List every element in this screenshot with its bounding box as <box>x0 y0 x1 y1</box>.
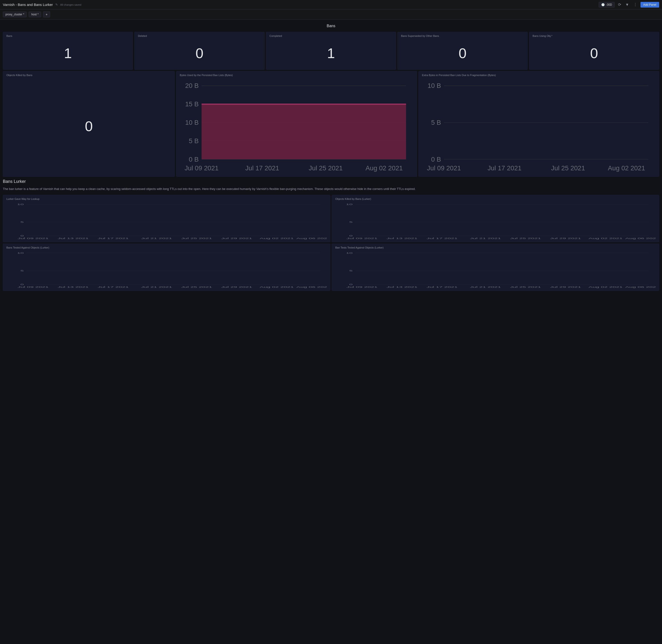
stat-bans-title: Bans <box>6 34 129 37</box>
filter-icon-button[interactable]: ▼ <box>624 2 630 8</box>
svg-text:5 B: 5 B <box>431 119 441 126</box>
stat-superseded-title: Bans Superseded by Other Bans <box>401 34 524 37</box>
svg-text:10: 10 <box>17 252 24 254</box>
svg-text:Aug 02 2021: Aug 02 2021 <box>366 164 403 172</box>
lurker-lookup-chart: 10 5 0 Jul 09 2021 Jul 13 2021 Jul 17 20… <box>6 202 327 239</box>
svg-text:Aug 06 2021: Aug 06 2021 <box>625 237 656 239</box>
svg-text:Jul 25 2021: Jul 25 2021 <box>510 237 541 239</box>
stat-card-using-obj: Bans Using Obj.* 0 <box>529 32 659 70</box>
filter-bar: proxy_cluster * host * + <box>0 9 662 20</box>
ban-tests-chart: 10 5 0 Jul 09 2021 Jul 13 2021 Jul 17 20… <box>335 250 656 288</box>
stat-deleted-title: Deleted <box>138 34 261 37</box>
svg-text:Jul 29 2021: Jul 29 2021 <box>550 237 581 239</box>
add-filter-button[interactable]: + <box>43 12 50 18</box>
svg-text:Aug 02 2021: Aug 02 2021 <box>589 237 622 239</box>
bans-section-heading: Bans <box>3 22 659 29</box>
edit-icon[interactable]: ✎ <box>55 3 58 6</box>
svg-text:Aug 02 2021: Aug 02 2021 <box>260 285 294 288</box>
bytes-used-title: Bytes Used by the Persisted Ban Lists (B… <box>180 74 413 76</box>
svg-text:Jul 17 2021: Jul 17 2021 <box>245 164 280 172</box>
time-range-value: -30D <box>606 3 612 6</box>
svg-marker-10 <box>202 104 406 159</box>
main-content: Bans Bans 1 Deleted 0 Completed 1 Bans S… <box>0 20 662 295</box>
svg-text:Aug 06 2021: Aug 06 2021 <box>625 285 656 288</box>
refresh-button[interactable]: ⟳ <box>617 1 622 8</box>
add-panel-button[interactable]: Add Panel <box>640 2 659 7</box>
svg-text:Jul 25 2021: Jul 25 2021 <box>551 164 585 172</box>
header: Varnish - Bans and Bans Lurker ✎ All cha… <box>0 0 662 9</box>
stat-deleted-value: 0 <box>138 39 261 67</box>
svg-text:0: 0 <box>20 234 24 237</box>
svg-text:5: 5 <box>349 269 353 272</box>
lurker-charts-row-2: Bans Tested Against Objects (Lurker) 10 … <box>3 244 659 291</box>
svg-text:5: 5 <box>20 221 24 223</box>
svg-text:Jul 17 2021: Jul 17 2021 <box>487 164 522 172</box>
stat-bans-value: 1 <box>6 39 129 67</box>
svg-text:5: 5 <box>349 221 353 223</box>
clock-icon: 🕐 <box>601 3 605 6</box>
filter-proxy-cluster[interactable]: proxy_cluster * <box>3 12 27 17</box>
svg-text:0 B: 0 B <box>189 156 199 163</box>
objects-killed-value: 0 <box>6 78 171 174</box>
svg-text:Aug 02 2021: Aug 02 2021 <box>589 285 622 288</box>
svg-text:Jul 09 2021: Jul 09 2021 <box>18 285 48 288</box>
stat-using-obj-value: 0 <box>533 39 656 67</box>
bytes-used-chart: 20 B 15 B 10 B 5 B 0 B Jul 09 2021 Jul 1… <box>180 78 413 174</box>
more-options-button[interactable]: ⋮ <box>633 1 638 8</box>
svg-text:Jul 09 2021: Jul 09 2021 <box>346 285 377 288</box>
svg-text:10 B: 10 B <box>427 82 441 89</box>
lurker-charts-row-1: Lurker Gave Way for Lookup 10 5 0 Jul 09… <box>3 195 659 242</box>
svg-text:0: 0 <box>20 283 24 285</box>
svg-text:5: 5 <box>20 269 24 272</box>
svg-text:10: 10 <box>346 252 353 254</box>
stat-card-deleted: Deleted 0 <box>134 32 264 70</box>
svg-text:0 B: 0 B <box>431 156 441 163</box>
svg-text:Jul 13 2021: Jul 13 2021 <box>387 237 418 239</box>
panel-objects-killed: Objects Killed by Bans 0 <box>3 71 175 177</box>
stat-card-superseded: Bans Superseded by Other Bans 0 <box>397 32 528 70</box>
bans-lurker-section: Bans Lurker The ban lurker is a feature … <box>3 179 659 291</box>
svg-text:15 B: 15 B <box>185 100 199 108</box>
svg-text:Jul 25 2021: Jul 25 2021 <box>181 237 212 239</box>
stat-completed-title: Completed <box>269 34 393 37</box>
svg-text:10: 10 <box>346 203 353 205</box>
svg-text:Jul 13 2021: Jul 13 2021 <box>387 285 418 288</box>
svg-text:10: 10 <box>17 203 24 205</box>
svg-text:Jul 17 2021: Jul 17 2021 <box>98 285 129 288</box>
svg-text:Jul 09 2021: Jul 09 2021 <box>346 237 377 239</box>
svg-text:Jul 17 2021: Jul 17 2021 <box>98 237 129 239</box>
svg-text:Jul 09 2021: Jul 09 2021 <box>427 164 461 172</box>
svg-text:Jul 25 2021: Jul 25 2021 <box>309 164 343 172</box>
svg-text:Jul 21 2021: Jul 21 2021 <box>470 285 501 288</box>
svg-text:20 B: 20 B <box>185 82 199 89</box>
stat-using-obj-title: Bans Using Obj.* <box>533 34 656 37</box>
objects-killed-lurker-title: Objects Killed by Bans (Lurker) <box>335 198 656 200</box>
stat-completed-value: 1 <box>269 39 393 67</box>
stat-card-bans: Bans 1 <box>3 32 133 70</box>
ban-tests-title: Ban Tests Tested Against Objects (Lurker… <box>335 246 656 249</box>
header-right: 🕐 -30D ⟳ ▼ ⋮ Add Panel <box>599 1 659 8</box>
panel-objects-killed-lurker: Objects Killed by Bans (Lurker) 10 5 0 J… <box>332 195 659 242</box>
objects-killed-lurker-chart: 10 5 0 Jul 09 2021 Jul 13 2021 Jul 17 20… <box>335 202 656 239</box>
svg-text:Aug 02 2021: Aug 02 2021 <box>608 164 645 172</box>
extra-bytes-chart: 10 B 5 B 0 B Jul 09 2021 Jul 17 2021 Jul… <box>422 78 656 174</box>
time-range-selector[interactable]: 🕐 -30D <box>599 2 615 7</box>
bans-lurker-title: Bans Lurker <box>3 179 659 184</box>
stat-cards-row: Bans 1 Deleted 0 Completed 1 Bans Supers… <box>3 32 659 70</box>
svg-text:Jul 13 2021: Jul 13 2021 <box>58 285 89 288</box>
svg-text:Jul 25 2021: Jul 25 2021 <box>510 285 541 288</box>
panel-extra-bytes: Extra Bytes in Persisted Ban Lists Due t… <box>418 71 659 177</box>
stat-card-completed: Completed 1 <box>266 32 396 70</box>
panel-ban-tests: Ban Tests Tested Against Objects (Lurker… <box>332 244 659 291</box>
svg-text:Jul 21 2021: Jul 21 2021 <box>470 237 501 239</box>
filter-host[interactable]: host * <box>29 12 41 17</box>
svg-text:Jul 29 2021: Jul 29 2021 <box>221 285 252 288</box>
extra-bytes-title: Extra Bytes in Persisted Ban Lists Due t… <box>422 74 656 76</box>
svg-text:Jul 17 2021: Jul 17 2021 <box>426 237 458 239</box>
svg-text:Jul 09 2021: Jul 09 2021 <box>18 237 48 239</box>
svg-text:Jul 21 2021: Jul 21 2021 <box>141 237 172 239</box>
svg-text:0: 0 <box>349 283 353 285</box>
panel-lurker-lookup: Lurker Gave Way for Lookup 10 5 0 Jul 09… <box>3 195 330 242</box>
svg-text:0: 0 <box>349 234 353 237</box>
svg-text:Jul 25 2021: Jul 25 2021 <box>181 285 212 288</box>
